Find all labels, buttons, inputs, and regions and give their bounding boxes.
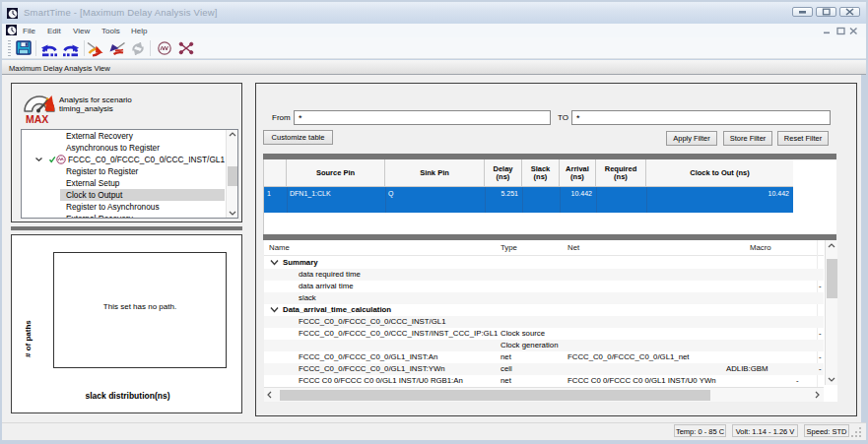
- svg-text:MAX: MAX: [26, 113, 48, 125]
